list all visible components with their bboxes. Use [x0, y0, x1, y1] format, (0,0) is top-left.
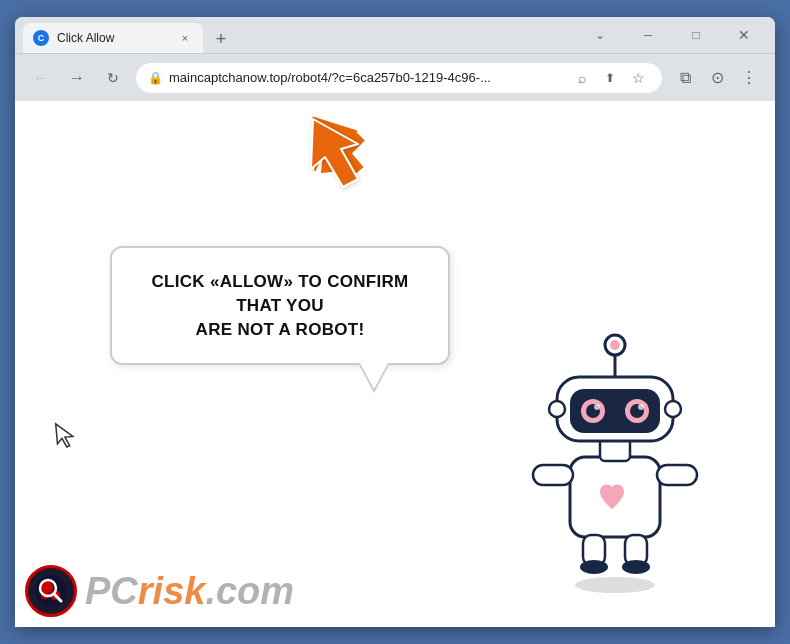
menu-icon: ⋮	[741, 68, 757, 87]
tab-close-button[interactable]: ×	[177, 30, 193, 46]
page-content: CLICK «ALLOW» TO CONFIRM THAT YOU ARE NO…	[15, 101, 775, 627]
toolbar-icons: ⧉ ⊙ ⋮	[671, 64, 763, 92]
robot-illustration	[515, 317, 715, 597]
title-bar: C Click Allow × + ⌄ ─ □ ✕	[15, 17, 775, 53]
tab-title: Click Allow	[57, 31, 169, 45]
search-button[interactable]: ⌕	[570, 66, 594, 90]
svg-marker-25	[56, 422, 74, 447]
svg-point-8	[622, 560, 650, 574]
pcrisk-text: PCrisk.com	[85, 570, 294, 613]
url-icons: ⌕ ⬆ ☆	[570, 66, 650, 90]
back-icon: ←	[33, 69, 49, 87]
mouse-cursor	[54, 420, 79, 456]
bubble-text: CLICK «ALLOW» TO CONFIRM THAT YOU ARE NO…	[140, 270, 420, 341]
svg-rect-9	[533, 465, 573, 485]
svg-point-18	[594, 404, 600, 410]
lock-icon: 🔒	[148, 71, 163, 85]
active-tab[interactable]: C Click Allow ×	[23, 23, 203, 53]
speech-bubble-container: CLICK «ALLOW» TO CONFIRM THAT YOU ARE NO…	[110, 246, 450, 365]
address-bar: ← → ↻ 🔒 maincaptchanow.top/robot4/?c=6ca…	[15, 53, 775, 101]
svg-point-24	[665, 401, 681, 417]
maximize-icon: □	[692, 28, 699, 42]
minimize-icon: ─	[644, 28, 653, 42]
speech-bubble: CLICK «ALLOW» TO CONFIRM THAT YOU ARE NO…	[110, 246, 450, 365]
close-button[interactable]: ✕	[721, 20, 767, 50]
extensions-icon: ⧉	[680, 69, 691, 87]
browser-window: C Click Allow × + ⌄ ─ □ ✕ ←	[15, 17, 775, 627]
refresh-button[interactable]: ↻	[99, 64, 127, 92]
svg-point-19	[638, 404, 644, 410]
forward-button[interactable]: →	[63, 64, 91, 92]
extensions-button[interactable]: ⧉	[671, 64, 699, 92]
close-icon: ✕	[738, 27, 750, 43]
svg-point-7	[580, 560, 608, 574]
svg-rect-10	[657, 465, 697, 485]
profile-button[interactable]: ⊙	[703, 64, 731, 92]
chevron-down-icon: ⌄	[595, 28, 605, 42]
bookmark-button[interactable]: ☆	[626, 66, 650, 90]
back-button[interactable]: ←	[27, 64, 55, 92]
forward-icon: →	[69, 69, 85, 87]
svg-point-22	[610, 340, 620, 350]
profile-icon: ⊙	[711, 68, 724, 87]
bookmark-icon: ☆	[632, 70, 645, 86]
url-bar[interactable]: 🔒 maincaptchanow.top/robot4/?c=6ca257b0-…	[135, 62, 663, 94]
tab-area: C Click Allow × +	[23, 17, 577, 53]
pointing-arrow	[303, 109, 388, 198]
svg-marker-2	[311, 119, 358, 187]
new-tab-button[interactable]: +	[207, 25, 235, 53]
svg-point-23	[549, 401, 565, 417]
maximize-button[interactable]: □	[673, 20, 719, 50]
menu-button[interactable]: ⋮	[735, 64, 763, 92]
url-text: maincaptchanow.top/robot4/?c=6ca257b0-12…	[169, 70, 564, 85]
refresh-icon: ↻	[107, 70, 119, 86]
search-icon: ⌕	[578, 70, 586, 86]
share-icon: ⬆	[605, 71, 615, 85]
minimize-button[interactable]: ─	[625, 20, 671, 50]
pcrisk-watermark: PCrisk.com	[25, 565, 294, 617]
tab-favicon: C	[33, 30, 49, 46]
pcrisk-logo	[25, 565, 77, 617]
svg-point-3	[575, 577, 655, 593]
window-controls: ⌄ ─ □ ✕	[577, 20, 767, 50]
share-button[interactable]: ⬆	[598, 66, 622, 90]
chevron-button[interactable]: ⌄	[577, 20, 623, 50]
